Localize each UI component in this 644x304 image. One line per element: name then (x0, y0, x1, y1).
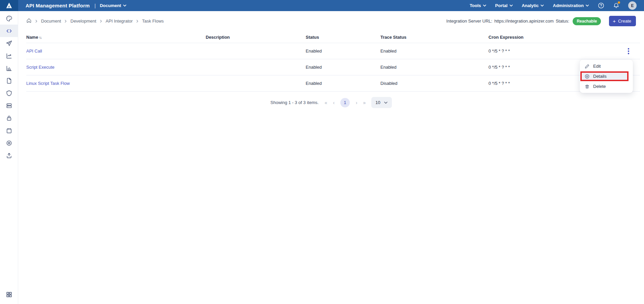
server-url-label: Integration Server URL: (446, 19, 493, 24)
menu-tools-label: Tools (470, 3, 481, 8)
calendar-icon (6, 127, 12, 134)
eye-icon (584, 74, 590, 79)
left-sidebar (0, 11, 18, 304)
file-icon (6, 77, 12, 84)
main-content: Document Development API Integrator Task… (18, 11, 644, 304)
chevron-down-icon (483, 4, 486, 7)
row-actions-kebab-icon[interactable] (626, 47, 631, 56)
table-row-linux-script-task-flow: Linux Script Task Flow Enabled Disabled … (26, 75, 640, 92)
app-title: API Management Platform (26, 3, 90, 8)
menu-portal-label: Portal (495, 3, 508, 8)
notification-badge (618, 1, 620, 4)
page-size-value: 10 (375, 100, 380, 105)
send-icon (6, 40, 12, 47)
sidebar-item-palette[interactable] (0, 12, 18, 25)
top-navbar: API Management Platform | Document Tools… (0, 0, 644, 11)
integration-server-info: Integration Server URL: https://integrat… (446, 19, 569, 24)
menu-portal[interactable]: Portal (495, 3, 513, 8)
task-flow-link[interactable]: Linux Script Task Flow (26, 81, 70, 86)
sidebar-item-send[interactable] (0, 37, 18, 49)
sort-icon[interactable]: ↑↓ (39, 35, 41, 39)
sidebar-item-development[interactable] (0, 25, 18, 37)
chevron-down-icon (123, 4, 127, 7)
create-button-label: Create (618, 19, 631, 24)
cell-status: Enabled (306, 48, 380, 54)
column-header-status: Status (306, 35, 380, 40)
breadcrumb-api-integrator[interactable]: API Integrator (106, 19, 133, 24)
chevron-down-icon (540, 4, 544, 7)
code-icon (6, 28, 12, 34)
chevron-right-icon (136, 20, 139, 23)
column-header-cron-expression: Cron Expression (488, 35, 589, 40)
chevron-right-icon (64, 20, 67, 23)
breadcrumb-development[interactable]: Development (70, 19, 96, 24)
next-page-button[interactable]: › (356, 100, 357, 105)
help-icon[interactable] (598, 2, 604, 9)
plus-icon: + (613, 20, 616, 23)
trash-icon (584, 84, 590, 89)
sidebar-item-reports[interactable] (0, 62, 18, 74)
sidebar-item-credentials[interactable] (0, 112, 18, 124)
sidebar-item-documents[interactable] (0, 74, 18, 87)
palette-icon (6, 15, 12, 22)
app-logo[interactable] (0, 0, 18, 11)
sidebar-item-analytics[interactable] (0, 49, 18, 62)
breadcrumb-task-flows[interactable]: Task Flows (142, 19, 164, 24)
home-icon (26, 18, 32, 23)
sidebar-item-scheduler[interactable] (0, 124, 18, 137)
cell-status: Enabled (306, 65, 380, 70)
eye-icon (6, 140, 12, 146)
chevron-right-icon (35, 20, 38, 23)
task-flow-link[interactable]: API Call (26, 48, 42, 54)
task-flow-link[interactable]: Script Execute (26, 65, 55, 70)
page-size-select[interactable]: 10 (371, 97, 392, 108)
menu-item-edit[interactable]: Edit (580, 61, 633, 71)
menu-administration[interactable]: Administration (553, 3, 589, 8)
title-separator: | (94, 3, 96, 8)
user-avatar[interactable]: E (628, 1, 637, 10)
task-flows-table: Name ↑↓ Description Status Trace Status … (26, 32, 640, 92)
avatar-initial: E (631, 3, 634, 8)
sidebar-item-security[interactable] (0, 87, 18, 99)
column-header-description: Description (206, 35, 306, 40)
current-page-button[interactable]: 1 (340, 98, 350, 107)
last-page-button[interactable]: » (363, 100, 365, 105)
breadcrumb-document[interactable]: Document (41, 19, 61, 24)
chevron-down-icon (585, 4, 589, 7)
module-dropdown-document[interactable]: Document (100, 3, 127, 8)
server-status-label: Status: (556, 19, 569, 24)
server-icon (6, 102, 12, 109)
cell-trace-status: Enabled (380, 65, 488, 70)
first-page-button[interactable]: « (325, 100, 327, 105)
sidebar-item-monitoring[interactable] (0, 137, 18, 149)
cell-cron-expression: 0 */5 * ? * * (488, 65, 589, 70)
sidebar-item-apps[interactable] (0, 288, 18, 301)
chevron-down-icon (384, 101, 388, 105)
menu-analytic[interactable]: Analytic (522, 3, 544, 8)
menu-item-details[interactable]: Details (580, 71, 629, 81)
cell-cron-expression: 0 */5 * ? * * (488, 81, 589, 86)
pagination-summary: Showing 1 - 3 of 3 items. (270, 100, 318, 105)
module-dropdown-label: Document (100, 3, 121, 8)
table-row-script-execute: Script Execute Enabled Enabled 0 */5 * ?… (26, 59, 640, 75)
notifications-bell-icon[interactable] (613, 2, 619, 9)
create-button[interactable]: + Create (609, 16, 636, 26)
previous-page-button[interactable]: ‹ (333, 100, 334, 105)
menu-tools[interactable]: Tools (470, 3, 486, 8)
table-row-api-call: API Call Enabled Enabled 0 */5 * ? * * (26, 43, 640, 59)
chevron-down-icon (509, 4, 513, 7)
menu-item-delete-label: Delete (593, 84, 606, 89)
sidebar-item-export[interactable] (0, 149, 18, 162)
menu-item-details-label: Details (593, 74, 607, 79)
pencil-icon (584, 64, 590, 69)
breadcrumb-home[interactable] (26, 18, 32, 24)
chevron-right-icon (99, 20, 103, 23)
apps-grid-icon (6, 291, 12, 298)
row-actions-menu: Edit Details Delete (580, 60, 633, 93)
column-header-name[interactable]: Name ↑↓ (26, 35, 206, 40)
menu-administration-label: Administration (553, 3, 584, 8)
menu-item-delete[interactable]: Delete (580, 81, 633, 91)
sidebar-item-servers[interactable] (0, 99, 18, 112)
column-header-name-label: Name (26, 35, 38, 40)
shield-icon (6, 90, 12, 97)
